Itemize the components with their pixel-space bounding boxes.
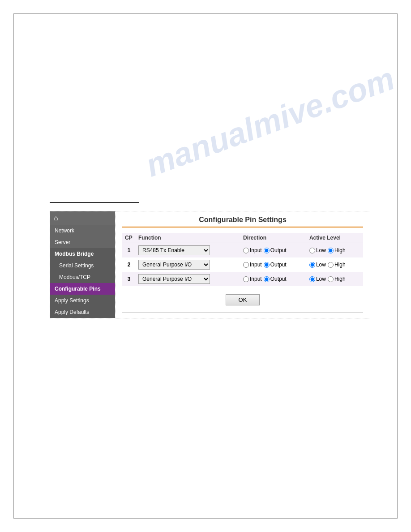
level-high-label[interactable]: High	[328, 276, 346, 282]
active-level-cell: Low High	[307, 272, 363, 286]
level-high-radio[interactable]	[328, 262, 334, 268]
sidebar-item-server[interactable]: Server	[50, 236, 115, 248]
ok-row: OK	[122, 294, 363, 305]
content-area: Configurable Pin Settings CP Function Di…	[115, 211, 370, 318]
direction-input-radio[interactable]	[243, 248, 249, 253]
main-layout: ⌂ Network Server Modbus Bridge Serial Se…	[50, 211, 370, 318]
active-level-cell: Low High	[307, 257, 363, 272]
sidebar-item-configurable-pins[interactable]: Configurable Pins	[50, 283, 115, 295]
outer-border: manualmive.com ⌂ Network Server Modbus B…	[13, 13, 398, 519]
direction-output-radio[interactable]	[264, 276, 270, 282]
sidebar-item-network[interactable]: Network	[50, 225, 115, 236]
top-line	[50, 202, 139, 203]
level-low-radio[interactable]	[309, 262, 315, 268]
sidebar-item-modbus-tcp[interactable]: Modbus/TCP	[50, 271, 115, 283]
col-function: Function	[136, 233, 240, 243]
cp-number: 3	[122, 272, 136, 286]
sidebar-item-apply-defaults[interactable]: Apply Defaults	[50, 306, 115, 318]
direction-cell: Input Output	[240, 272, 307, 286]
direction-output-label[interactable]: Output	[264, 276, 287, 282]
table-row: 1RS485 Tx EnableGeneral Purpose I/O Inpu…	[122, 243, 363, 258]
cp-number: 2	[122, 257, 136, 272]
table-row: 2RS485 Tx EnableGeneral Purpose I/O Inpu…	[122, 257, 363, 272]
function-select[interactable]: RS485 Tx EnableGeneral Purpose I/O	[138, 274, 210, 284]
cp-number: 1	[122, 243, 136, 258]
sidebar-item-serial-settings[interactable]: Serial Settings	[50, 260, 115, 271]
direction-cell: Input Output	[240, 257, 307, 272]
direction-input-label[interactable]: Input	[243, 262, 262, 268]
level-low-label[interactable]: Low	[309, 276, 326, 282]
active-level-cell: Low High	[307, 243, 363, 258]
level-low-radio[interactable]	[309, 248, 315, 253]
function-cell: RS485 Tx EnableGeneral Purpose I/O	[136, 257, 240, 272]
direction-output-radio[interactable]	[264, 262, 270, 268]
direction-input-radio[interactable]	[243, 262, 249, 268]
direction-output-label[interactable]: Output	[264, 247, 287, 253]
page-title: Configurable Pin Settings	[122, 216, 363, 227]
level-low-label[interactable]: Low	[309, 247, 326, 253]
function-select[interactable]: RS485 Tx EnableGeneral Purpose I/O	[138, 260, 210, 270]
direction-output-label[interactable]: Output	[264, 262, 287, 268]
function-select[interactable]: RS485 Tx EnableGeneral Purpose I/O	[138, 245, 210, 255]
watermark: manualmive.com	[141, 60, 399, 184]
direction-input-label[interactable]: Input	[243, 276, 262, 282]
direction-cell: Input Output	[240, 243, 307, 258]
level-high-radio[interactable]	[328, 248, 334, 253]
col-direction: Direction	[240, 233, 307, 243]
home-icon: ⌂	[54, 214, 58, 222]
sidebar-item-apply-settings[interactable]: Apply Settings	[50, 295, 115, 306]
direction-output-radio[interactable]	[264, 248, 270, 253]
col-cp: CP	[122, 233, 136, 243]
level-low-radio[interactable]	[309, 276, 315, 282]
level-high-label[interactable]: High	[328, 262, 346, 268]
sidebar: ⌂ Network Server Modbus Bridge Serial Se…	[50, 211, 115, 318]
function-cell: RS485 Tx EnableGeneral Purpose I/O	[136, 272, 240, 286]
level-low-label[interactable]: Low	[309, 262, 326, 268]
sidebar-item-modbus-bridge[interactable]: Modbus Bridge	[50, 248, 115, 260]
level-high-label[interactable]: High	[328, 247, 346, 253]
direction-input-radio[interactable]	[243, 276, 249, 282]
table-row: 3RS485 Tx EnableGeneral Purpose I/O Inpu…	[122, 272, 363, 286]
col-active-level: Active Level	[307, 233, 363, 243]
bottom-rule	[122, 312, 363, 313]
pin-settings-table: CP Function Direction Active Level 1RS48…	[122, 233, 363, 286]
function-cell: RS485 Tx EnableGeneral Purpose I/O	[136, 243, 240, 258]
direction-input-label[interactable]: Input	[243, 247, 262, 253]
ok-button[interactable]: OK	[226, 294, 260, 305]
level-high-radio[interactable]	[328, 276, 334, 282]
sidebar-home[interactable]: ⌂	[50, 211, 115, 225]
